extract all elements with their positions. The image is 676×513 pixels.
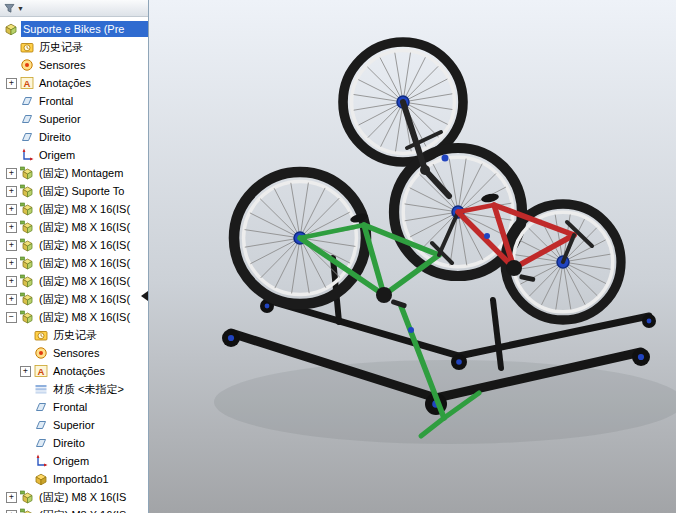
tree-row-label: (固定) M8 X 16(IS	[37, 507, 128, 513]
tree-row-label: Frontal	[51, 399, 89, 415]
component-icon	[20, 202, 34, 216]
plane-icon	[34, 400, 48, 414]
3d-viewport[interactable]	[149, 0, 676, 513]
plane-icon	[34, 436, 48, 450]
tree-row-label: (固定) M8 X 16(IS(	[37, 273, 132, 289]
tree-row[interactable]: 历史记录	[0, 38, 148, 56]
expander-spacer	[6, 96, 17, 107]
expander-spacer	[20, 384, 31, 395]
plane-icon	[20, 94, 34, 108]
tree-row[interactable]: +(固定) M8 X 16(IS(	[0, 236, 148, 254]
history-icon	[34, 328, 48, 342]
component-icon	[20, 310, 34, 324]
expand-plus-box[interactable]: +	[6, 510, 17, 513]
tree-row-label: 历史记录	[37, 39, 85, 55]
tree-row[interactable]: Sensores	[0, 56, 148, 74]
tree-row[interactable]: +(固定) M8 X 16(IS	[0, 506, 148, 513]
filter-funnel-icon[interactable]	[3, 2, 16, 15]
expander-spacer	[20, 438, 31, 449]
origin-icon	[34, 454, 48, 468]
origin-icon	[20, 148, 34, 162]
collapse-minus-box[interactable]: −	[6, 312, 17, 323]
tree-row[interactable]: −(固定) M8 X 16(IS(	[0, 308, 148, 326]
tree-row[interactable]: Origem	[0, 452, 148, 470]
feature-tree: Suporte e Bikes (Pre历史记录Sensores+AAnotaç…	[0, 20, 148, 513]
featuremanager-panel: ▼ Suporte e Bikes (Pre历史记录Sensores+AAnot…	[0, 0, 149, 513]
expand-plus-box[interactable]: +	[6, 492, 17, 503]
tree-row-label: (固定) M8 X 16(IS(	[37, 201, 132, 217]
component-icon	[20, 238, 34, 252]
tree-row[interactable]: +(固定) Suporte To	[0, 182, 148, 200]
expand-plus-box[interactable]: +	[6, 294, 17, 305]
expander-spacer	[6, 42, 17, 53]
svg-text:A: A	[24, 78, 31, 89]
tree-row-label: (固定) M8 X 16(IS(	[37, 219, 132, 235]
expand-plus-box[interactable]: +	[6, 240, 17, 251]
sensors-icon	[20, 58, 34, 72]
expander-spacer	[6, 150, 17, 161]
tree-row-label: Sensores	[37, 57, 87, 73]
tree-row[interactable]: +(固定) M8 X 16(IS(	[0, 254, 148, 272]
expand-plus-box[interactable]: +	[6, 258, 17, 269]
tree-row-label: Anotações	[37, 75, 93, 91]
3d-scene	[149, 0, 676, 513]
tree-row[interactable]: Importado1	[0, 470, 148, 488]
tree-row-label: (固定) Suporte To	[37, 183, 126, 199]
tree-row[interactable]: 材质 <未指定>	[0, 380, 148, 398]
plane-icon	[34, 418, 48, 432]
tree-row-label: Anotações	[51, 363, 107, 379]
tree-row[interactable]: Direito	[0, 434, 148, 452]
plane-icon	[20, 112, 34, 126]
tree-row[interactable]: +(固定) M8 X 16(IS(	[0, 290, 148, 308]
tree-row-label: Importado1	[51, 471, 111, 487]
tree-row[interactable]: Superior	[0, 416, 148, 434]
expander-spacer	[20, 402, 31, 413]
tree-row-label: (固定) M8 X 16(IS(	[37, 237, 132, 253]
tree-row-label: (固定) M8 X 16(IS(	[37, 309, 132, 325]
tree-row-label: Frontal	[37, 93, 75, 109]
component-icon	[20, 184, 34, 198]
expand-plus-box[interactable]: +	[6, 222, 17, 233]
expand-plus-box[interactable]: +	[6, 186, 17, 197]
expand-plus-box[interactable]: +	[6, 204, 17, 215]
tree-row-label: 历史记录	[51, 327, 99, 343]
tree-row-label: (固定) M8 X 16(IS(	[37, 291, 132, 307]
expand-plus-box[interactable]: +	[6, 276, 17, 287]
tree-row[interactable]: +(固定) M8 X 16(IS(	[0, 200, 148, 218]
tree-row[interactable]: Direito	[0, 128, 148, 146]
tree-row[interactable]: +(固定) M8 X 16(IS(	[0, 218, 148, 236]
expander-spacer	[6, 60, 17, 71]
component-icon	[20, 166, 34, 180]
tree-row-label: Sensores	[51, 345, 101, 361]
sensors-icon	[34, 346, 48, 360]
component-icon	[20, 508, 34, 513]
tree-row-label: (固定) M8 X 16(IS(	[37, 255, 132, 271]
expand-plus-box[interactable]: +	[20, 366, 31, 377]
tree-row[interactable]: Sensores	[0, 344, 148, 362]
tree-row[interactable]: +(固定) M8 X 16(IS	[0, 488, 148, 506]
tree-row[interactable]: Frontal	[0, 92, 148, 110]
tree-row[interactable]: Origem	[0, 146, 148, 164]
expander-spacer	[20, 348, 31, 359]
tree-row[interactable]: +AAnotações	[0, 362, 148, 380]
panel-collapse-left-arrow-icon[interactable]	[141, 291, 148, 301]
tree-row-label: (固定) M8 X 16(IS	[37, 489, 128, 505]
material-icon	[34, 382, 48, 396]
tree-row-label: (固定) Montagem	[37, 165, 125, 181]
component-icon	[20, 490, 34, 504]
expander-spacer	[20, 456, 31, 467]
dropdown-arrow-icon[interactable]: ▼	[17, 5, 24, 12]
tree-row[interactable]: 历史记录	[0, 326, 148, 344]
tree-row[interactable]: +AAnotações	[0, 74, 148, 92]
tree-row[interactable]: +(固定) Montagem	[0, 164, 148, 182]
tree-row[interactable]: Frontal	[0, 398, 148, 416]
tree-row[interactable]: Superior	[0, 110, 148, 128]
expand-plus-box[interactable]: +	[6, 168, 17, 179]
tree-row-label: Superior	[51, 417, 97, 433]
tree-row[interactable]: Suporte e Bikes (Pre	[0, 20, 148, 38]
expand-plus-box[interactable]: +	[6, 78, 17, 89]
tree-row-label: Origem	[51, 453, 91, 469]
expander-spacer	[6, 114, 17, 125]
tree-row[interactable]: +(固定) M8 X 16(IS(	[0, 272, 148, 290]
component-icon	[20, 274, 34, 288]
